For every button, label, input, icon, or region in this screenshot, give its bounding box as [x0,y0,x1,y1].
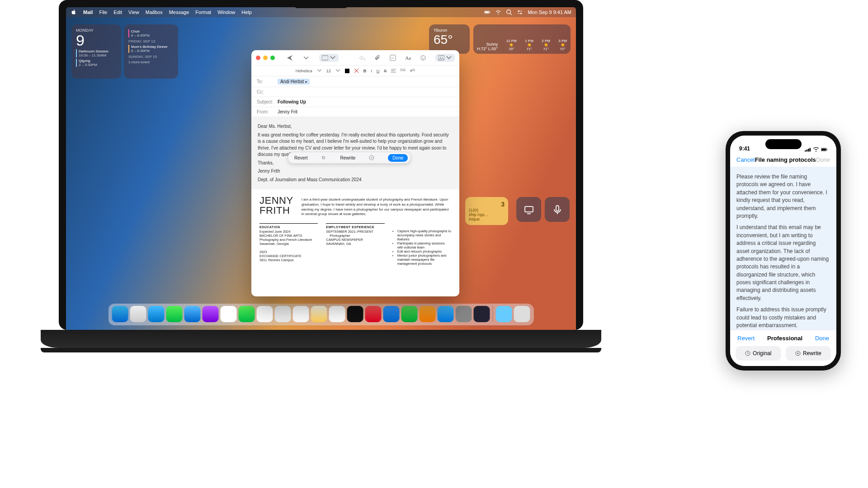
dock-safari[interactable] [148,306,165,322]
dock-reminders[interactable] [293,306,309,322]
attach-icon[interactable] [374,55,381,61]
rewrite-button[interactable]: Rewrite [786,346,831,361]
weather-temp: 65° [434,33,465,47]
dock-podcasts[interactable] [203,306,219,322]
list-icon[interactable] [401,68,406,73]
photo-picker[interactable] [435,54,455,62]
fc-hour: 2 PM [542,39,550,43]
svg-point-17 [424,56,424,57]
dock-appstore[interactable] [438,306,454,322]
weather-cond: Sunny [477,42,498,47]
chevron-down-icon[interactable] [335,68,340,73]
battery-icon[interactable] [484,9,491,15]
cv-bio: I am a third-year student undergraduate … [302,196,451,217]
dock-notes[interactable] [311,306,327,322]
control-center-icon[interactable] [517,9,523,15]
dock-iphone-mirror[interactable] [474,306,490,322]
cancel-button[interactable]: Cancel [736,156,755,163]
dock-launchpad[interactable] [130,306,146,322]
zoom-button[interactable] [270,56,275,60]
send-icon[interactable] [287,55,293,61]
wifi-icon[interactable] [495,9,501,15]
dock-trash[interactable] [514,306,530,322]
color-swatch[interactable] [345,69,349,73]
emoji-icon[interactable] [420,55,426,61]
clock-icon [745,351,750,356]
dock-downloads[interactable] [496,306,512,322]
menubar: Mail File Edit View Mailbox Message Form… [66,7,576,17]
dock-freeform[interactable] [329,306,345,322]
done-button[interactable]: Done [815,335,829,342]
size-picker[interactable]: 12 [326,69,331,73]
calendar-list-widget[interactable]: Choir8 – 8:45PM FRIDAY, SEP 13 Mom's Bir… [124,24,178,79]
dock-finder[interactable] [112,306,128,322]
format-icon[interactable]: Aa [405,55,411,61]
note-paragraph: I understand that this email may be inco… [736,224,830,302]
done-button-dim[interactable]: Done [816,156,830,163]
shortcut-display-icon[interactable] [516,197,541,222]
stage-manager-stack[interactable]: 3 (120) ship App… inique [465,197,508,225]
cal-evt-time: 8 – 8:45PM [131,33,174,38]
original-button[interactable]: Original [736,346,781,361]
align-left-icon[interactable] [391,68,396,73]
header-toggle[interactable] [319,54,339,62]
dock-facetime[interactable] [239,306,255,322]
fc-hour: 12 PM [506,39,517,43]
close-button[interactable] [256,56,260,60]
subject-field[interactable]: Following Up [278,99,306,104]
subject-label: Subject: [257,99,275,104]
dock-photos[interactable] [221,306,237,322]
italic-icon[interactable]: I [371,69,372,73]
dock-calendar[interactable] [257,306,273,322]
cv-bullet: Edit and retouch photographs [397,249,451,253]
apple-logo-icon[interactable] [71,9,77,15]
menu-window[interactable]: Window [217,9,235,15]
to-recipient[interactable]: Andi Herbst ▾ [278,79,310,84]
dock-music[interactable] [365,306,382,322]
chevron-down-icon[interactable] [317,68,322,73]
menu-edit[interactable]: Edit [113,9,122,15]
menubar-clock[interactable]: Mon Sep 9 9:41 AM [528,9,571,15]
resume-attachment[interactable]: JENNY FRITH I am a third-year student un… [251,189,459,282]
done-button[interactable]: Done [388,154,408,162]
iphone-nav-bar: Cancel File naming protocols Done [730,153,836,167]
menu-format[interactable]: Format [195,9,211,15]
underline-icon[interactable]: U [377,69,380,73]
indent-icon[interactable] [410,68,415,73]
markup-icon[interactable] [390,55,396,61]
search-icon[interactable] [506,9,512,15]
font-picker[interactable]: Helvetica [296,69,312,73]
revert-button[interactable]: Revert [294,155,307,160]
menubar-app-name[interactable]: Mail [83,9,93,15]
calendar-widget[interactable]: MONDAY 9 Darkroom Session10:30 – 11:30AM… [71,24,121,79]
weather-widget[interactable]: Tiburon 65° [429,24,470,54]
from-field[interactable]: Jenny Frit [278,109,297,114]
menu-message[interactable]: Message [169,9,189,15]
rewrite-label[interactable]: Rewrite [340,155,355,160]
weather-forecast-widget[interactable]: Sunny H:72° L:55° 12 PM☀️70° 1 PM☀️71° 2… [473,24,571,54]
cal-more-events[interactable]: 1 more event [128,60,174,64]
bold-icon[interactable]: B [363,69,367,73]
dock-settings[interactable] [456,306,472,322]
menu-help[interactable]: Help [241,9,252,15]
svg-rect-37 [821,149,826,150]
strike-icon[interactable]: S [384,69,387,73]
dock-tv[interactable] [347,306,363,322]
menu-file[interactable]: File [99,9,107,15]
clear-format-icon[interactable] [354,68,359,73]
chevron-down-icon[interactable] [303,55,309,61]
revert-button[interactable]: Revert [737,335,755,342]
note-title: File naming protocols [755,156,816,163]
dock-mail[interactable] [184,306,201,322]
shortcut-mic-icon[interactable] [545,197,570,222]
reply-icon[interactable] [359,55,365,61]
menu-mailbox[interactable]: Mailbox [146,9,163,15]
dock-numbers[interactable] [401,306,418,322]
minimize-button[interactable] [263,56,268,60]
dock-messages[interactable] [166,306,183,322]
dock-pages[interactable] [420,306,436,322]
note-body[interactable]: Please review the file naming protocols … [730,167,836,330]
dock-contacts[interactable] [275,306,291,322]
dock-keynote[interactable] [383,306,400,322]
menu-view[interactable]: View [128,9,139,15]
